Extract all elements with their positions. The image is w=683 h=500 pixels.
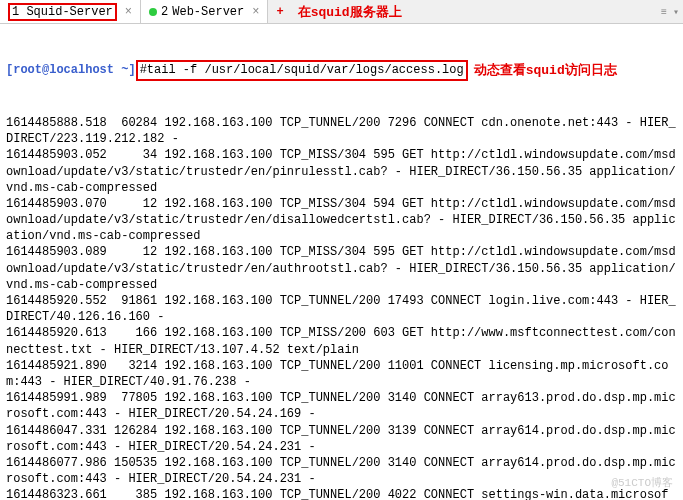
log-line: 1614485888.518 60284 192.168.163.100 TCP… bbox=[6, 115, 677, 147]
close-icon[interactable]: × bbox=[125, 5, 132, 19]
command-text: tail -f /usr/local/squid/var/logs/access… bbox=[147, 63, 464, 77]
prompt-hash: # bbox=[140, 63, 147, 77]
annotation-tab: 在squid服务器上 bbox=[298, 3, 402, 21]
log-line: 1614485991.989 77805 192.168.163.100 TCP… bbox=[6, 390, 677, 422]
prompt-line: [root@localhost ~] #tail -f /usr/local/s… bbox=[6, 60, 677, 80]
log-output: 1614485888.518 60284 192.168.163.100 TCP… bbox=[6, 115, 677, 500]
log-line: 1614486077.986 150535 192.168.163.100 TC… bbox=[6, 455, 677, 487]
tab-label: Web-Server bbox=[172, 5, 244, 19]
command-highlight: #tail -f /usr/local/squid/var/logs/acces… bbox=[136, 60, 468, 80]
close-icon[interactable]: × bbox=[252, 5, 259, 19]
log-line: 1614485920.552 91861 192.168.163.100 TCP… bbox=[6, 293, 677, 325]
new-tab-button[interactable]: + bbox=[268, 5, 291, 19]
tab-bar: 1 Squid-Server × 2 Web-Server × + 在squid… bbox=[0, 0, 683, 24]
log-line: 1614485921.890 3214 192.168.163.100 TCP_… bbox=[6, 358, 677, 390]
log-line: 1614485903.089 12 192.168.163.100 TCP_MI… bbox=[6, 244, 677, 293]
tab-squid-server[interactable]: 1 Squid-Server × bbox=[0, 0, 141, 23]
status-dot-icon bbox=[149, 8, 157, 16]
log-line: 1614485903.052 34 192.168.163.100 TCP_MI… bbox=[6, 147, 677, 196]
watermark: @51CTO博客 bbox=[611, 475, 673, 490]
shell-prompt: [root@localhost ~] bbox=[6, 62, 136, 78]
log-line: 1614486047.331 126284 192.168.163.100 TC… bbox=[6, 423, 677, 455]
tab-index: 2 bbox=[161, 5, 168, 19]
log-line: 1614485920.613 166 192.168.163.100 TCP_M… bbox=[6, 325, 677, 357]
tab-web-server[interactable]: 2 Web-Server × bbox=[141, 0, 268, 23]
log-line: 1614485903.070 12 192.168.163.100 TCP_MI… bbox=[6, 196, 677, 245]
terminal-output[interactable]: [root@localhost ~] #tail -f /usr/local/s… bbox=[0, 24, 683, 500]
tab-menu-icon[interactable]: ≡ ▾ bbox=[661, 6, 679, 18]
tab-index: 1 bbox=[12, 5, 19, 19]
tab-label: Squid-Server bbox=[26, 5, 112, 19]
tab-highlight: 1 Squid-Server bbox=[8, 3, 117, 21]
annotation-cmd: 动态查看squid访问日志 bbox=[474, 62, 617, 80]
log-line: 1614486323.661 385 192.168.163.100 TCP_T… bbox=[6, 487, 677, 500]
